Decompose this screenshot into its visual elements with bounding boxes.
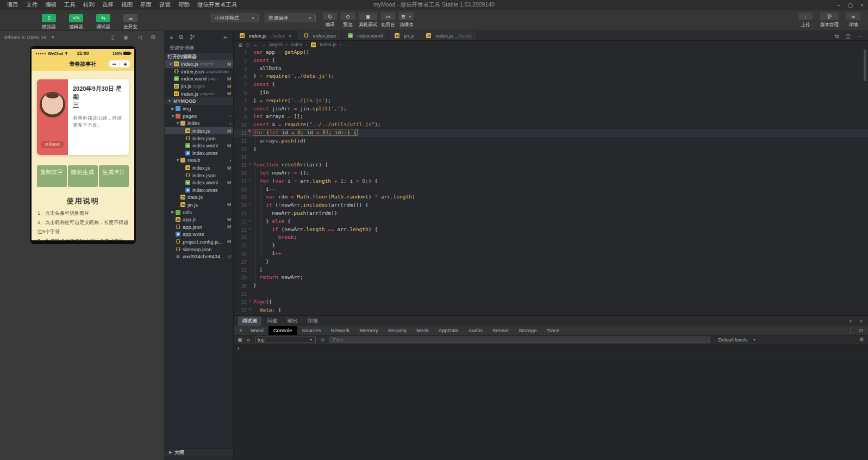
tree-item-index.js[interactable]: JSindex.jsM [165,164,233,172]
open-editors-header[interactable]: 打开的编辑器 [165,53,233,60]
live-expression-icon[interactable]: ⊙ [321,337,325,343]
tree-item-wxd934cbe8434...[interactable]: ▤wxd934cbe8434...U [165,253,233,260]
split-editor-icon[interactable]: ◫ [846,33,851,39]
tree-item-index.wxml[interactable]: <>index.wxmlM [165,179,233,187]
back-icon[interactable]: ← [253,42,258,47]
minimize-icon[interactable]: – [837,2,840,8]
devtools-tab-Sources[interactable]: Sources [297,326,326,335]
mute-icon[interactable]: ◁ [138,34,142,40]
menu-工具[interactable]: 工具 [60,1,79,9]
inspect-element-icon[interactable]: ⌖ [236,327,246,334]
device-select[interactable]: iPhone 5 100% 16 [4,34,47,40]
tree-item-app.wxss[interactable]: #app.wxss [165,231,233,238]
fold-chevron-icon[interactable]: ˅ [247,306,253,314]
tree-item-img[interactable]: ▶img [165,105,233,113]
toolbar-button-云开发[interactable]: ☁云开发 [120,12,141,30]
log-levels-select[interactable]: Default levels ▼ [718,337,756,343]
open-editor-item[interactable]: {}index.jsonpages\index [165,68,233,76]
editor-tab-index.js[interactable]: JSindex.js...\result [420,31,477,40]
mini-program-button-复制文字[interactable]: 复制文字 [37,165,67,187]
search-icon[interactable] [179,35,184,40]
rotate-device-icon[interactable]: ▯ [111,34,115,40]
more-actions-icon[interactable]: ⋯ [857,33,863,39]
open-editor-item[interactable]: JSindex.jspages\r...M [165,90,233,97]
tree-item-pages[interactable]: ▼pages● [165,113,233,120]
menu-视图[interactable]: 视图 [117,1,136,9]
git-icon[interactable] [190,34,195,40]
explorer-icon[interactable]: ≡ [170,34,173,40]
avatar[interactable] [40,92,65,117]
panel-tab-问题[interactable]: 问题 [264,316,282,326]
open-editor-item[interactable]: ×JSindex.jspages\i...M [165,60,233,68]
editor-tab-index.js[interactable]: JSindex.js...\index× [234,31,298,40]
fold-chevron-icon[interactable]: ˅ [247,201,253,209]
fold-chevron-icon[interactable]: ˅ [247,226,253,234]
menu-设置[interactable]: 设置 [155,1,174,9]
project-root-header[interactable]: ▼ MYMOOD [165,97,233,105]
compile-mode-select[interactable]: 普通编译▼ [265,14,316,22]
tree-item-index.js[interactable]: JSindex.jsM [165,127,233,135]
tree-item-jin.js[interactable]: JSjin.jsM [165,201,233,209]
tree-item-index.wxml[interactable]: <>index.wxmlM [165,142,233,150]
devtools-tab-Audits[interactable]: Audits [464,326,488,335]
outline-section[interactable]: ▶ 大纲 [165,448,233,456]
action-button-清缓存[interactable]: ≣▼清缓存 [399,13,414,28]
capsule-menu[interactable]: ••• ◉ [108,60,131,68]
menu-项目[interactable]: 项目 [3,1,22,9]
toolbar-button-模拟器[interactable]: ▯模拟器 [38,12,60,30]
more-dots-icon[interactable]: ••• [112,62,116,66]
breadcrumb-item-index.js[interactable]: JSindex.js [310,42,336,47]
tree-item-index[interactable]: ▼index● [165,120,233,127]
editor-tab-index.wxml[interactable]: <>index.wxml [342,31,389,40]
devtools-tab-Console[interactable]: Console [268,326,297,335]
open-editor-item[interactable]: JSjin.jspagesM [165,83,233,90]
toolbar-right-详情[interactable]: ≡详情 [846,13,860,28]
collapse-panel-icon[interactable]: ˄ [849,318,852,324]
devtools-tab-AppData[interactable]: AppData [434,326,464,335]
fold-chevron-icon[interactable]: ˅ [247,298,253,306]
outline-icon[interactable]: ≣ [238,42,242,48]
close-icon[interactable]: × [168,61,173,67]
action-button-切后台[interactable]: ↦切后台 [381,13,395,28]
kebab-menu-icon[interactable]: ⋮ [848,327,854,333]
dock-side-icon[interactable]: ⊡ [859,327,863,333]
devtools-tab-Storage[interactable]: Storage [514,326,541,335]
context-select[interactable]: top ▼ [255,337,316,343]
fold-chevron-icon[interactable]: ˅ [247,217,253,226]
clear-console-icon[interactable]: ⌀ [247,337,250,343]
mini-program-button-随机生成[interactable]: 随机生成 [68,165,98,187]
devtools-tab-Wxml[interactable]: Wxml [246,326,268,335]
toolbar-button-调试器[interactable]: ⇆调试器 [92,12,114,30]
code-editor[interactable]: 1var app = getApp()2const {3 allData4} =… [234,48,868,315]
menu-转到[interactable]: 转到 [79,1,98,9]
tree-item-result[interactable]: ▼result● [165,157,233,164]
fold-chevron-icon[interactable]: ˅ [247,161,253,169]
devtools-tab-Trace[interactable]: Trace [541,326,564,335]
breadcrumb-item-pages[interactable]: pages [269,42,283,47]
detach-window-icon[interactable]: ⊞ [151,34,155,40]
breadcrumb-item-index[interactable]: index [291,42,303,47]
panel-tab-调试器[interactable]: 调试器 [238,316,261,326]
menu-帮助[interactable]: 帮助 [174,1,193,9]
devtools-tab-Network[interactable]: Network [326,326,354,335]
menu-文件[interactable]: 文件 [22,1,41,9]
console-filter-input[interactable] [329,337,710,343]
record-icon[interactable]: ◉ [123,34,128,40]
toolbar-button-编辑器[interactable]: </>编辑器 [65,12,87,30]
tree-item-index.json[interactable]: {}index.json [165,171,233,179]
close-icon[interactable]: × [860,2,864,8]
maximize-icon[interactable]: ▢ [848,2,853,8]
close-icon[interactable]: × [289,33,292,39]
menu-选择[interactable]: 选择 [98,1,117,9]
console-prompt[interactable]: › [234,344,868,352]
devtools-tab-Sensor[interactable]: Sensor [488,326,514,335]
collapse-sidebar-icon[interactable]: ⇤ [224,34,228,40]
breadcrumb-item-...[interactable]: ... [345,42,349,47]
mode-select[interactable]: 小程序模式▼ [211,14,259,22]
eager-eval-icon[interactable]: ▣ [238,337,242,343]
menu-微信开发者工具[interactable]: 微信开发者工具 [193,1,241,9]
tree-item-index.wxss[interactable]: #index.wxss [165,187,233,194]
set-nickname-button[interactable]: 设置昵称 [41,141,64,148]
forward-icon[interactable]: → [261,42,266,47]
editor-tab-jin.js[interactable]: JSjin.js [389,31,420,40]
